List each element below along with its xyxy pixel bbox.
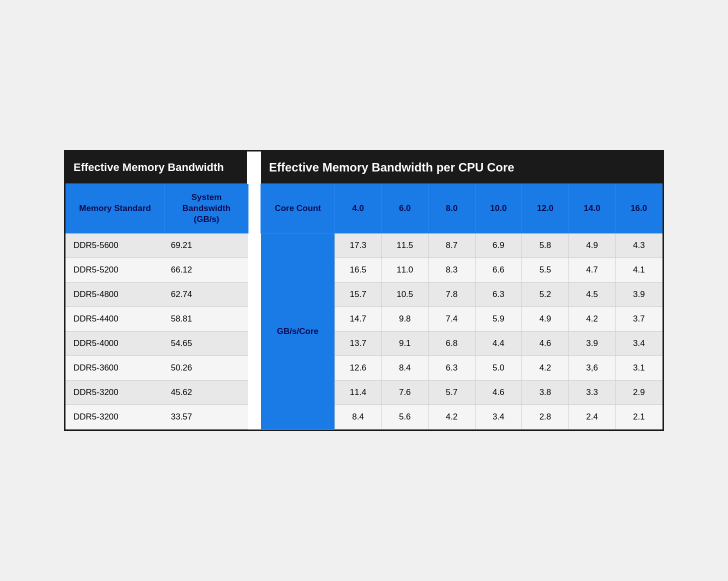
cell-value-5: 4.2: [568, 307, 616, 332]
divider: [248, 152, 261, 184]
cell-value-3: 3.4: [475, 405, 522, 430]
cell-bandwidth: 66.12: [165, 258, 248, 282]
cell-value-5: 2.4: [568, 405, 616, 430]
cell-value-2: 6.3: [428, 356, 476, 380]
cell-value-2: 4.2: [428, 405, 476, 430]
col-header-memory-standard: Memory Standard: [66, 184, 165, 234]
cell-value-4: 4.9: [522, 307, 569, 332]
cell-value-4: 4.6: [522, 332, 569, 356]
cell-value-0: 8.4: [334, 405, 382, 430]
sub-title: Effective Memory Bandwidth per CPU Core: [261, 152, 662, 184]
table-row: DDR5-360050.2612.68.46.35.04.23,63.1: [66, 356, 662, 380]
cell-value-1: 11.5: [382, 234, 428, 258]
header-row-2: Memory Standard System Bandswidth (GB/s)…: [66, 184, 662, 234]
row-divider: [248, 356, 261, 380]
row-divider: [248, 258, 261, 282]
col-header-8: 8.0: [428, 184, 476, 234]
cell-memory-standard: DDR5-3600: [66, 356, 165, 380]
cell-value-5: 4.7: [568, 258, 616, 282]
cell-value-6: 4.3: [616, 234, 662, 258]
header-divider: [248, 184, 261, 234]
table-row: DDR5-520066.1216.511.08.36.65.54.74.1: [66, 258, 662, 282]
cell-value-1: 10.5: [382, 282, 428, 307]
cell-value-1: 9.1: [382, 332, 428, 356]
row-divider: [248, 405, 261, 430]
cell-memory-standard: DDR5-4800: [66, 282, 165, 307]
table-row: DDR5-560069.21GB/s/Core17.311.58.76.95.8…: [66, 234, 662, 258]
cell-bandwidth: 33.57: [165, 405, 248, 430]
cell-value-5: 3.3: [568, 380, 616, 405]
cell-value-3: 4.6: [475, 380, 522, 405]
cell-value-6: 3.1: [616, 356, 662, 380]
cell-memory-standard: DDR5-5600: [66, 234, 165, 258]
col-header-14: 14.0: [568, 184, 616, 234]
cell-value-3: 6.9: [475, 234, 522, 258]
cell-value-6: 3.9: [616, 282, 662, 307]
cell-value-2: 8.3: [428, 258, 476, 282]
row-divider: [248, 234, 261, 258]
cell-value-1: 11.0: [382, 258, 428, 282]
cell-bandwidth: 62.74: [165, 282, 248, 307]
cell-value-0: 11.4: [334, 380, 382, 405]
col-header-system-bandwidth: System Bandswidth (GB/s): [165, 184, 248, 234]
col-header-6: 6.0: [382, 184, 428, 234]
cell-memory-standard: DDR5-3200: [66, 405, 165, 430]
cell-value-2: 5.7: [428, 380, 476, 405]
cell-value-5: 3,6: [568, 356, 616, 380]
cell-bandwidth: 50.26: [165, 356, 248, 380]
cell-value-3: 5.0: [475, 356, 522, 380]
cell-core-count-unit: GB/s/Core: [261, 234, 334, 430]
cell-value-4: 3.8: [522, 380, 569, 405]
cell-value-3: 5.9: [475, 307, 522, 332]
cell-value-1: 8.4: [382, 356, 428, 380]
table-row: DDR5-320045.6211.47.65.74.63.83.32.9: [66, 380, 662, 405]
header-row-1: Effective Memory Bandwidth Effective Mem…: [66, 152, 662, 184]
cell-value-1: 9.8: [382, 307, 428, 332]
cell-value-2: 8.7: [428, 234, 476, 258]
cell-bandwidth: 69.21: [165, 234, 248, 258]
cell-value-0: 15.7: [334, 282, 382, 307]
cell-value-1: 5.6: [382, 405, 428, 430]
cell-value-2: 7.4: [428, 307, 476, 332]
table-row: DDR5-400054.6513.79.16.84.44.63.93.4: [66, 332, 662, 356]
cell-value-4: 4.2: [522, 356, 569, 380]
cell-value-2: 7.8: [428, 282, 476, 307]
cell-value-6: 4.1: [616, 258, 662, 282]
cell-value-6: 3.7: [616, 307, 662, 332]
cell-value-0: 13.7: [334, 332, 382, 356]
col-header-4: 4.0: [334, 184, 382, 234]
cell-memory-standard: DDR5-4400: [66, 307, 165, 332]
col-header-12: 12.0: [522, 184, 569, 234]
row-divider: [248, 332, 261, 356]
cell-value-0: 17.3: [334, 234, 382, 258]
main-title: Effective Memory Bandwidth: [66, 152, 248, 184]
cell-memory-standard: DDR5-3200: [66, 380, 165, 405]
cell-value-1: 7.6: [382, 380, 428, 405]
cell-value-6: 3.4: [616, 332, 662, 356]
col-header-core-count: Core Count: [261, 184, 334, 234]
cell-value-5: 4.5: [568, 282, 616, 307]
cell-value-6: 2.1: [616, 405, 662, 430]
cell-bandwidth: 58.81: [165, 307, 248, 332]
row-divider: [248, 307, 261, 332]
cell-value-5: 3.9: [568, 332, 616, 356]
cell-memory-standard: DDR5-5200: [66, 258, 165, 282]
cell-value-6: 2.9: [616, 380, 662, 405]
cell-value-4: 5.8: [522, 234, 569, 258]
cell-value-3: 6.6: [475, 258, 522, 282]
col-header-10: 10.0: [475, 184, 522, 234]
cell-value-0: 14.7: [334, 307, 382, 332]
table-row: DDR5-480062.7415.710.57.86.35.24.53.9: [66, 282, 662, 307]
main-table-container: Effective Memory Bandwidth Effective Mem…: [64, 150, 664, 432]
cell-memory-standard: DDR5-4000: [66, 332, 165, 356]
cell-value-4: 5.2: [522, 282, 569, 307]
cell-value-2: 6.8: [428, 332, 476, 356]
cell-value-0: 12.6: [334, 356, 382, 380]
cell-value-3: 6.3: [475, 282, 522, 307]
cell-value-5: 4.9: [568, 234, 616, 258]
cell-bandwidth: 54.65: [165, 332, 248, 356]
cell-value-3: 4.4: [475, 332, 522, 356]
cell-bandwidth: 45.62: [165, 380, 248, 405]
cell-value-0: 16.5: [334, 258, 382, 282]
cell-value-4: 5.5: [522, 258, 569, 282]
